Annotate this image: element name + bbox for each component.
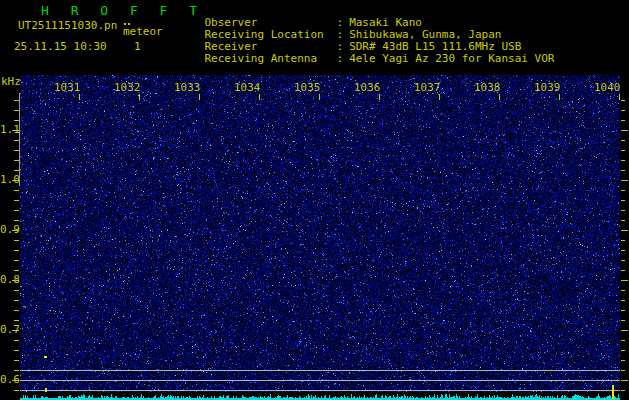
y-axis-tick-right bbox=[621, 160, 625, 161]
y-axis-tick bbox=[14, 160, 19, 161]
info-label: Receiving Antenna bbox=[205, 53, 337, 65]
y-axis-tick bbox=[14, 360, 19, 361]
y-axis-tick-right bbox=[621, 320, 625, 321]
y-axis-tick bbox=[14, 340, 19, 341]
y-axis-tick-right bbox=[621, 170, 625, 171]
spectrogram-canvas bbox=[20, 75, 620, 392]
y-axis-tick bbox=[12, 130, 19, 131]
x-axis-tick bbox=[499, 94, 500, 100]
y-axis-tick-right bbox=[621, 230, 628, 231]
y-axis-tick-right bbox=[621, 240, 625, 241]
y-axis-tick-right bbox=[621, 350, 625, 351]
y-axis-tick-right bbox=[621, 270, 625, 271]
x-axis-tick bbox=[79, 94, 80, 100]
y-axis-tick bbox=[14, 100, 19, 101]
y-axis-tick-right bbox=[621, 380, 628, 381]
y-axis-tick bbox=[12, 230, 19, 231]
y-axis-tick-right bbox=[621, 220, 625, 221]
y-axis-tick-right bbox=[621, 180, 628, 181]
info-row-receiver: Receiver:SDR# 43dB L15 111.6MHz USB bbox=[178, 29, 521, 41]
y-axis-tick-right bbox=[621, 250, 625, 251]
y-axis-tick-right bbox=[621, 190, 625, 191]
y-axis-tick bbox=[14, 370, 19, 371]
y-axis-tick-right bbox=[621, 140, 625, 141]
x-axis-label: 1035 bbox=[294, 82, 319, 94]
y-axis-tick bbox=[14, 240, 19, 241]
y-axis-tick-right bbox=[621, 210, 625, 211]
y-axis-tick bbox=[14, 350, 19, 351]
y-axis-tick-right bbox=[621, 130, 628, 131]
y-axis-tick-right bbox=[621, 390, 625, 391]
x-axis-label: 1034 bbox=[234, 82, 259, 94]
x-axis-label: 1040 bbox=[594, 82, 619, 94]
x-axis-label: 1032 bbox=[114, 82, 139, 94]
page-number: 1 bbox=[134, 41, 141, 53]
y-axis-tick-right bbox=[621, 340, 625, 341]
y-axis-tick bbox=[14, 210, 19, 211]
x-axis-tick bbox=[439, 94, 440, 100]
x-axis-label: 1036 bbox=[354, 82, 379, 94]
y-axis-tick bbox=[14, 120, 19, 121]
x-axis-label: 1038 bbox=[474, 82, 499, 94]
y-axis-tick bbox=[14, 320, 19, 321]
y-axis-tick-right bbox=[621, 260, 625, 261]
y-axis-tick bbox=[14, 300, 19, 301]
y-axis-tick bbox=[12, 180, 19, 181]
x-axis-tick bbox=[199, 94, 200, 100]
y-axis-tick bbox=[14, 140, 19, 141]
y-axis-tick bbox=[14, 390, 19, 391]
y-axis-tick-right bbox=[621, 300, 625, 301]
hrofft-window: H R O F F T UT2511151030.pn meteor 25.11… bbox=[0, 0, 629, 400]
reference-line bbox=[20, 390, 620, 391]
y-axis-tick bbox=[14, 250, 19, 251]
y-axis-tick-right bbox=[621, 280, 628, 281]
x-axis-tick bbox=[559, 94, 560, 100]
reference-line bbox=[20, 370, 620, 371]
y-axis-tick bbox=[14, 110, 19, 111]
x-axis-tick bbox=[619, 94, 620, 100]
colon: : bbox=[337, 52, 344, 65]
y-axis-tick bbox=[12, 280, 19, 281]
info-row-location: Receiving Location:Shibukawa, Gunma, Jap… bbox=[178, 17, 501, 29]
count-bar bbox=[45, 388, 47, 392]
y-axis-tick-right bbox=[621, 310, 625, 311]
signal-level-strip bbox=[20, 392, 620, 400]
y-axis-tick bbox=[14, 190, 19, 191]
y-axis-unit-label: kHz bbox=[1, 76, 21, 88]
info-row-observer: Observer:Masaki Kano bbox=[178, 5, 422, 17]
y-axis-tick bbox=[14, 150, 19, 151]
y-axis-tick-right bbox=[621, 150, 625, 151]
y-axis-tick bbox=[14, 290, 19, 291]
y-axis-tick bbox=[14, 220, 19, 221]
y-axis-tick bbox=[12, 380, 19, 381]
y-axis-tick bbox=[14, 270, 19, 271]
y-axis-tick bbox=[14, 260, 19, 261]
y-axis-tick-right bbox=[621, 360, 625, 361]
file-name-label: UT2511151030.pn bbox=[18, 20, 117, 32]
y-axis-tick bbox=[14, 170, 19, 171]
y-axis-tick bbox=[12, 330, 19, 331]
count-bar bbox=[612, 385, 614, 399]
x-axis-label: 1033 bbox=[174, 82, 199, 94]
x-axis-tick bbox=[139, 94, 140, 100]
y-axis-tick-right bbox=[621, 110, 625, 111]
y-axis-line-segment bbox=[19, 93, 20, 186]
x-axis-label: 1039 bbox=[534, 82, 559, 94]
x-axis-label: 1031 bbox=[54, 82, 79, 94]
y-axis-tick-right bbox=[621, 100, 625, 101]
reference-line bbox=[20, 380, 620, 381]
y-axis-tick bbox=[14, 310, 19, 311]
y-axis-tick-right bbox=[621, 290, 625, 291]
x-axis-tick bbox=[259, 94, 260, 100]
y-axis-tick-right bbox=[621, 370, 625, 371]
y-axis-tick bbox=[14, 200, 19, 201]
x-axis-tick bbox=[319, 94, 320, 100]
datetime-label: 25.11.15 10:30 bbox=[14, 41, 107, 53]
y-axis-tick-right bbox=[621, 200, 625, 201]
x-axis-tick bbox=[379, 94, 380, 100]
y-axis-tick-right bbox=[621, 330, 628, 331]
echo-dot bbox=[44, 356, 47, 358]
x-axis-label: 1037 bbox=[414, 82, 439, 94]
info-row-antenna: Receiving Antenna:4ele Yagi Az 230 for K… bbox=[178, 41, 554, 53]
meteor-tag: meteor bbox=[123, 26, 163, 38]
